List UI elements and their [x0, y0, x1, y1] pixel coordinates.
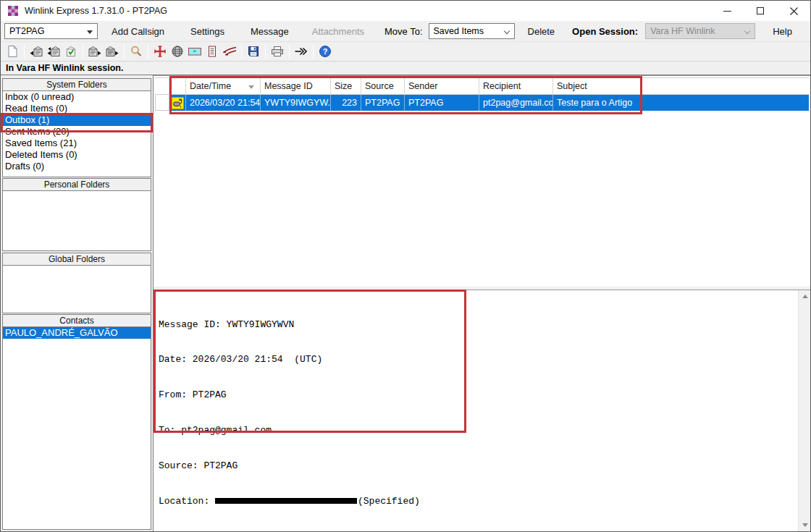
callsign-select[interactable]: PT2PAG	[4, 23, 98, 39]
new-message-icon	[6, 45, 19, 58]
message-row[interactable]: 2026/03/20 21:54 YWTY9IWGYW... 223 PT2PA…	[155, 95, 809, 111]
toolbar-separator	[124, 44, 125, 59]
sidebar-item-read-items[interactable]: Read Items (0)	[3, 103, 151, 114]
maximize-button[interactable]	[744, 1, 777, 21]
open-message-all-icon	[46, 45, 61, 58]
sidebar-item-outbox[interactable]: Outbox (1)	[3, 114, 151, 126]
column-blank	[155, 78, 169, 94]
system-folders-header: System Folders	[3, 79, 151, 91]
column-source[interactable]: Source	[361, 78, 405, 94]
contacts-header: Contacts	[3, 315, 151, 327]
open-session-label: Open Session:	[562, 26, 641, 37]
open-message-button[interactable]	[28, 43, 44, 59]
close-button[interactable]	[777, 1, 810, 21]
message-list-header: Date/Time Message ID Size Source Sender …	[155, 77, 809, 95]
maximize-icon	[757, 7, 764, 14]
open-session-select[interactable]: Vara HF Winlink	[645, 23, 755, 39]
column-recipient[interactable]: Recipient	[479, 78, 553, 94]
find-button[interactable]	[128, 43, 144, 59]
position-report-button[interactable]	[152, 43, 168, 59]
toolbar-separator	[313, 44, 314, 59]
global-folders-panel: Global Folders	[2, 253, 151, 313]
internet-button[interactable]	[169, 43, 185, 59]
status-text: In Vara HF Winlink session.	[1, 63, 123, 73]
help-icon: ?	[319, 45, 332, 58]
sidebar-item-saved-items[interactable]: Saved Items (21)	[3, 138, 151, 149]
window-title: Winlink Express 1.7.31.0 - PT2PAG	[25, 6, 167, 16]
print-icon	[270, 45, 285, 58]
log-button[interactable]	[204, 43, 220, 59]
accept-check-button[interactable]	[63, 43, 79, 59]
sidebar-item-drafts[interactable]: Drafts (0)	[3, 161, 151, 172]
terminal-button[interactable]	[187, 43, 203, 59]
print-button[interactable]	[269, 43, 285, 59]
menu-settings[interactable]: Settings	[183, 26, 232, 37]
status-bar: In Vara HF Winlink session.	[1, 62, 810, 75]
column-message-id[interactable]: Message ID	[261, 78, 331, 94]
move-to-value: Saved Items	[434, 26, 484, 36]
open-message-all-button[interactable]	[46, 43, 62, 59]
help-button[interactable]: ?	[317, 43, 333, 59]
scroll-up-button[interactable]	[799, 290, 811, 303]
sidebar-item-deleted-items[interactable]: Deleted Items (0)	[3, 149, 151, 161]
scroll-down-icon	[802, 523, 808, 527]
preview-scrollbar[interactable]	[798, 290, 810, 531]
toolbar: ?	[1, 42, 810, 62]
scroll-down-button[interactable]	[799, 519, 811, 531]
position-report-icon	[154, 45, 167, 58]
toolbar-separator	[148, 44, 148, 59]
sort-desc-icon	[248, 85, 254, 89]
chevron-down-icon	[503, 28, 509, 34]
minimize-button[interactable]	[710, 1, 744, 21]
column-date-time[interactable]: Date/Time	[186, 78, 261, 94]
row-icon-cell	[169, 95, 186, 111]
column-sender[interactable]: Sender	[405, 78, 479, 94]
save-button[interactable]	[245, 43, 261, 59]
mailbox-flag-icon	[172, 97, 184, 109]
personal-folders-panel: Personal Folders	[2, 178, 151, 251]
column-size[interactable]: Size	[331, 78, 361, 94]
system-folders-panel: System Folders Inbox (0 unread) Read Ite…	[2, 78, 151, 177]
forward-message-button[interactable]	[87, 43, 103, 59]
move-to-label: Move To:	[377, 26, 426, 37]
global-folders-header: Global Folders	[3, 253, 151, 266]
sidebar-item-inbox[interactable]: Inbox (0 unread)	[3, 91, 151, 103]
autorun-button[interactable]	[293, 43, 309, 59]
preview-line: From: PT2PAG	[159, 389, 793, 401]
preview-line: To: pt2pag@gmail.com	[159, 425, 793, 436]
forward-message-next-button[interactable]	[104, 43, 120, 59]
contact-item[interactable]: PAULO_ANDRÉ_GALVÃO	[3, 327, 151, 339]
menu-add-callsign[interactable]: Add Callsign	[104, 26, 172, 37]
row-size: 223	[331, 95, 361, 111]
telnet-session-button[interactable]	[222, 43, 238, 59]
chevron-down-icon	[87, 30, 93, 34]
preview-line: Message ID: YWTY9IWGYWVN	[159, 319, 793, 331]
menu-attachments[interactable]: Attachments	[305, 26, 371, 37]
column-subject[interactable]: Subject	[553, 78, 809, 94]
close-icon	[790, 7, 798, 15]
row-subject: Teste para o Artigo	[553, 95, 809, 111]
search-icon	[130, 45, 143, 58]
chevron-down-icon	[744, 28, 750, 34]
menu-message[interactable]: Message	[243, 26, 296, 37]
forward-message-next-icon	[105, 45, 119, 58]
menu-delete[interactable]: Delete	[521, 26, 563, 37]
row-source: PT2PAG	[361, 95, 405, 111]
new-message-button[interactable]	[4, 43, 20, 59]
minimize-icon	[723, 11, 731, 12]
content-area: Date/Time Message ID Size Source Sender …	[154, 75, 810, 531]
toolbar-separator	[83, 44, 83, 59]
telnet-session-icon	[222, 45, 238, 58]
preview-line: Source: PT2PAG	[159, 460, 793, 472]
svg-text:?: ?	[323, 47, 328, 56]
toolbar-separator	[24, 44, 25, 59]
open-session-value: Vara HF Winlink	[650, 26, 715, 36]
scroll-up-icon	[802, 295, 808, 298]
move-to-select[interactable]: Saved Items	[429, 23, 515, 39]
forward-message-icon	[88, 45, 102, 58]
row-recipient: pt2pag@gmail.com	[479, 95, 553, 111]
sidebar-item-sent-items[interactable]: Sent Items (20)	[3, 126, 151, 138]
app-icon	[7, 5, 19, 17]
title-bar: Winlink Express 1.7.31.0 - PT2PAG	[1, 1, 810, 21]
menu-help[interactable]: Help	[765, 26, 799, 37]
